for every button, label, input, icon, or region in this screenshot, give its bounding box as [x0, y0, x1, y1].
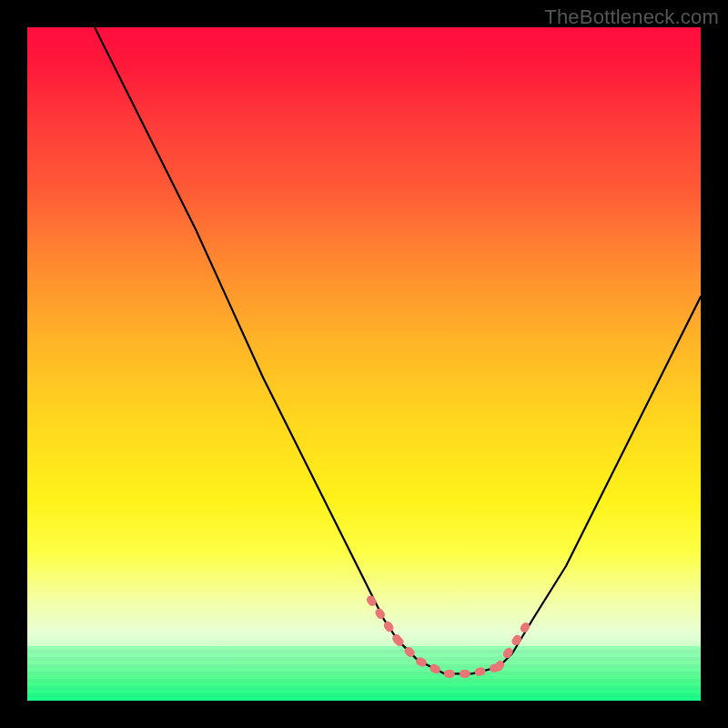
plot-area [27, 27, 701, 701]
highlight-right [499, 627, 526, 667]
highlight-flat [398, 640, 499, 673]
chart-frame: TheBottleneck.com [0, 0, 728, 728]
bottleneck-curve [95, 27, 701, 673]
curve-layer [27, 27, 701, 701]
watermark-text: TheBottleneck.com [544, 5, 719, 29]
